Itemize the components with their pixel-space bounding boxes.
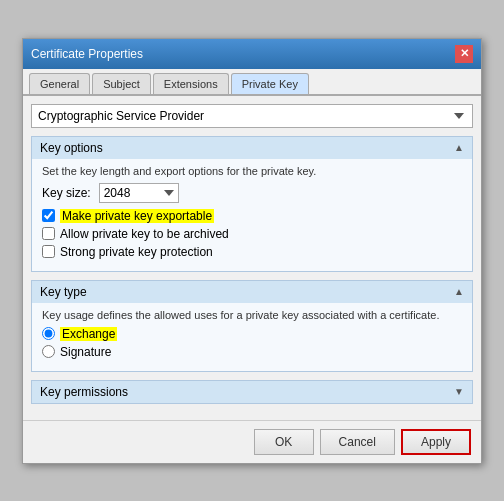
csp-select[interactable]: Cryptographic Service Provider <box>31 104 473 128</box>
close-button[interactable]: ✕ <box>455 45 473 63</box>
tabs-container: General Subject Extensions Private Key <box>23 69 481 96</box>
window-title: Certificate Properties <box>31 47 143 61</box>
tab-extensions[interactable]: Extensions <box>153 73 229 94</box>
key-size-label: Key size: <box>42 186 91 200</box>
key-options-section: Key options ▲ Set the key length and exp… <box>31 136 473 272</box>
key-options-chevron-icon: ▲ <box>454 142 464 153</box>
key-type-chevron-icon: ▲ <box>454 286 464 297</box>
key-options-header[interactable]: Key options ▲ <box>32 137 472 159</box>
key-size-row: Key size: 512 1024 2048 4096 <box>42 183 462 203</box>
key-options-body: Set the key length and export options fo… <box>32 159 472 271</box>
key-type-header[interactable]: Key type ▲ <box>32 281 472 303</box>
apply-button[interactable]: Apply <box>401 429 471 455</box>
radio-exchange: Exchange <box>42 327 462 341</box>
tab-content: Cryptographic Service Provider Key optio… <box>23 96 481 420</box>
key-size-select[interactable]: 512 1024 2048 4096 <box>99 183 179 203</box>
signature-radio[interactable] <box>42 345 55 358</box>
csp-dropdown-row: Cryptographic Service Provider <box>31 104 473 128</box>
key-type-section: Key type ▲ Key usage defines the allowed… <box>31 280 473 372</box>
key-type-description: Key usage defines the allowed uses for a… <box>42 309 462 321</box>
certificate-properties-dialog: Certificate Properties ✕ General Subject… <box>22 38 482 464</box>
key-permissions-chevron-icon: ▼ <box>454 386 464 397</box>
key-type-body: Key usage defines the allowed uses for a… <box>32 303 472 371</box>
tab-private-key[interactable]: Private Key <box>231 73 309 96</box>
exportable-checkbox[interactable] <box>42 209 55 222</box>
radio-signature: Signature <box>42 345 462 359</box>
protection-checkbox[interactable] <box>42 245 55 258</box>
key-permissions-header[interactable]: Key permissions ▼ <box>32 381 472 403</box>
footer: OK Cancel Apply <box>23 420 481 463</box>
key-permissions-section: Key permissions ▼ <box>31 380 473 404</box>
checkbox-exportable: Make private key exportable <box>42 209 462 223</box>
titlebar: Certificate Properties ✕ <box>23 39 481 69</box>
checkbox-protection: Strong private key protection <box>42 245 462 259</box>
exchange-radio[interactable] <box>42 327 55 340</box>
ok-button[interactable]: OK <box>254 429 314 455</box>
key-options-description: Set the key length and export options fo… <box>42 165 462 177</box>
archive-checkbox[interactable] <box>42 227 55 240</box>
tab-general[interactable]: General <box>29 73 90 94</box>
tab-subject[interactable]: Subject <box>92 73 151 94</box>
cancel-button[interactable]: Cancel <box>320 429 395 455</box>
checkbox-archive: Allow private key to be archived <box>42 227 462 241</box>
